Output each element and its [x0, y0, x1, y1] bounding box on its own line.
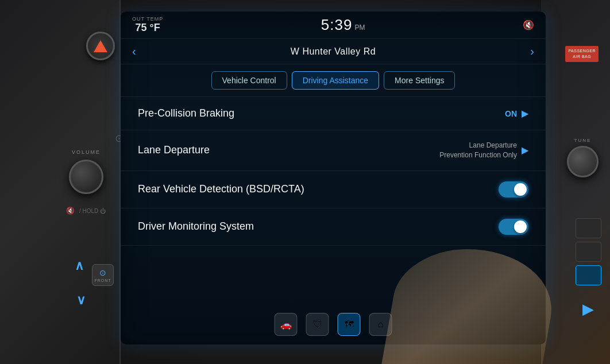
lane-departure-sub: Lane DeparturePrevention Function Only: [439, 141, 517, 160]
driver-monitoring-value: [499, 219, 528, 235]
tab-bar: Vehicle Control Driving Assistance More …: [121, 64, 546, 97]
rear-vehicle-toggle[interactable]: [499, 181, 528, 198]
nav-back-arrow[interactable]: ‹: [132, 45, 136, 58]
tab-vehicle-control[interactable]: Vehicle Control: [211, 71, 287, 90]
hazard-icon: [94, 40, 107, 52]
tune-area: TUNE: [567, 138, 599, 177]
tab-driving-assistance[interactable]: Driving Assistance: [292, 71, 379, 90]
bottom-nav-map[interactable]: 🗺: [338, 313, 361, 336]
front-label: FRONT: [94, 278, 111, 282]
driver-monitoring-label: Driver Monitoring System: [138, 220, 254, 233]
clock-time: 5:39: [321, 16, 353, 34]
front-icon: ⊙: [99, 268, 106, 277]
right-panel: PASSENGERAIR BAG TUNE ▶: [541, 0, 610, 364]
arrow-down-button[interactable]: ∨: [76, 293, 86, 308]
volume-area: VOLUME: [69, 149, 103, 194]
clock-display: 5:39 PM: [321, 16, 365, 34]
speaker-controls: 🔇 / HOLD ⏻: [66, 207, 106, 215]
navigation-bar: ‹ W Hunter Valley Rd ›: [121, 39, 546, 64]
settings-content: Pre-Collision Braking ON ▶ Lane Departur…: [121, 97, 546, 246]
clock-ampm: PM: [354, 24, 365, 32]
hold-label: / HOLD ⏻: [79, 208, 106, 214]
setting-row-driver-monitoring[interactable]: Driver Monitoring System: [121, 208, 546, 246]
arrow-up-button[interactable]: ∧: [75, 258, 84, 273]
rear-vehicle-label: Rear Vehicle Detection (BSD/RCTA): [138, 183, 304, 195]
temperature-value: 75 °F: [132, 22, 163, 34]
tune-label: TUNE: [567, 138, 599, 143]
right-buttons: [576, 218, 601, 285]
rear-vehicle-value: [499, 181, 528, 198]
bottom-navigation: 🚗 🛡 🗺 ⌂: [275, 313, 392, 336]
front-button[interactable]: ⊙ FRONT: [92, 264, 114, 286]
right-button-1[interactable]: [576, 218, 601, 238]
chevron-right-icon-2: ▶: [522, 145, 528, 156]
on-badge: ON: [505, 109, 517, 118]
nav-destination: W Hunter Valley Rd: [145, 47, 522, 57]
status-bar: OUT TEMP 75 °F 5:39 PM 🔇: [121, 11, 546, 39]
left-panel: ⊙ VOLUME 🔇 / HOLD ⏻ ∧ ∨ ⊙ FRONT: [0, 0, 121, 364]
tab-more-settings[interactable]: More Settings: [384, 71, 455, 90]
bottom-nav-safety[interactable]: 🛡: [306, 313, 329, 336]
driver-monitoring-toggle[interactable]: [499, 219, 528, 235]
setting-row-lane-departure[interactable]: Lane Departure Lane DeparturePrevention …: [121, 130, 546, 171]
lane-departure-label: Lane Departure: [138, 144, 210, 156]
pre-collision-label: Pre-Collision Braking: [138, 107, 234, 119]
bottom-nav-car[interactable]: 🚗: [275, 313, 298, 336]
hazard-button[interactable]: [86, 32, 115, 60]
pre-collision-value: ON ▶: [505, 108, 528, 119]
right-button-2[interactable]: [576, 242, 601, 262]
airbag-sign: PASSENGERAIR BAG: [565, 46, 599, 62]
volume-label: VOLUME: [69, 149, 103, 155]
mute-icon[interactable]: 🔇: [66, 207, 75, 215]
tune-knob[interactable]: [567, 146, 599, 177]
setting-row-pre-collision[interactable]: Pre-Collision Braking ON ▶: [121, 97, 546, 130]
lane-departure-value: Lane DeparturePrevention Function Only ▶: [439, 141, 528, 160]
right-button-blue[interactable]: [576, 265, 601, 285]
nav-forward-arrow[interactable]: ›: [530, 45, 534, 58]
volume-knob[interactable]: [69, 160, 103, 194]
chevron-right-icon: ▶: [522, 108, 528, 119]
right-arrow-icon[interactable]: ▶: [582, 300, 594, 318]
speaker-mute-icon[interactable]: 🔇: [523, 20, 534, 30]
setting-row-rear-vehicle[interactable]: Rear Vehicle Detection (BSD/RCTA): [121, 171, 546, 208]
temperature-display: OUT TEMP 75 °F: [132, 16, 163, 34]
out-temp-label: OUT TEMP: [132, 16, 163, 22]
